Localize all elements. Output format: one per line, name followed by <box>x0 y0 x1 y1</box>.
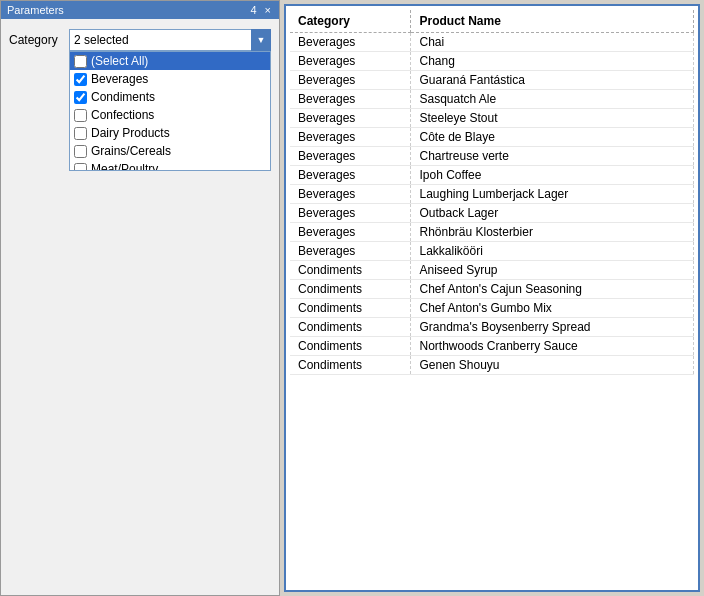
data-panel: CategoryProduct Name BeveragesChaiBevera… <box>284 4 700 592</box>
table-row: CondimentsChef Anton's Gumbo Mix <box>290 299 694 318</box>
table-cell-category: Beverages <box>290 166 411 185</box>
table-row: CondimentsGenen Shouyu <box>290 356 694 375</box>
dropdown-item-label: (Select All) <box>91 54 148 68</box>
table-row: BeveragesGuaraná Fantástica <box>290 71 694 90</box>
table-row: BeveragesChai <box>290 33 694 52</box>
table-cell-product: Outback Lager <box>411 204 694 223</box>
table-row: BeveragesSteeleye Stout <box>290 109 694 128</box>
table-cell-product: Chef Anton's Gumbo Mix <box>411 299 694 318</box>
dropdown-item[interactable]: Grains/Cereals <box>70 142 270 160</box>
dropdown-item-label: Grains/Cereals <box>91 144 171 158</box>
dropdown-item-label: Condiments <box>91 90 155 104</box>
dropdown-item-checkbox[interactable] <box>74 109 87 122</box>
table-cell-product: Laughing Lumberjack Lager <box>411 185 694 204</box>
dropdown-item-label: Confections <box>91 108 154 122</box>
dropdown-item-checkbox[interactable] <box>74 73 87 86</box>
panel-titlebar: Parameters 4 × <box>1 1 279 19</box>
category-dropdown[interactable]: 2 selected ▼ <box>69 29 271 51</box>
table-cell-category: Beverages <box>290 223 411 242</box>
table-cell-category: Condiments <box>290 318 411 337</box>
dropdown-item[interactable]: Meat/Poultry <box>70 160 270 171</box>
table-cell-product: Genen Shouyu <box>411 356 694 375</box>
table-cell-product: Sasquatch Ale <box>411 90 694 109</box>
table-cell-category: Beverages <box>290 128 411 147</box>
panel-content: Category 2 selected ▼ (Select All)Bevera… <box>1 19 279 595</box>
table-cell-category: Beverages <box>290 109 411 128</box>
dropdown-item[interactable]: Beverages <box>70 70 270 88</box>
table-cell-category: Beverages <box>290 52 411 71</box>
dropdown-arrow-icon[interactable]: ▼ <box>251 29 271 51</box>
category-dropdown-list: (Select All)BeveragesCondimentsConfectio… <box>69 51 271 171</box>
titlebar-icons: 4 × <box>248 4 273 16</box>
table-cell-category: Condiments <box>290 261 411 280</box>
table-cell-product: Northwoods Cranberry Sauce <box>411 337 694 356</box>
table-cell-category: Beverages <box>290 33 411 52</box>
table-row: BeveragesIpoh Coffee <box>290 166 694 185</box>
table-row: BeveragesRhönbräu Klosterbier <box>290 223 694 242</box>
table-cell-product: Rhönbräu Klosterbier <box>411 223 694 242</box>
table-cell-product: Côte de Blaye <box>411 128 694 147</box>
category-field-row: Category 2 selected ▼ (Select All)Bevera… <box>9 29 271 51</box>
panel-title: Parameters <box>7 4 64 16</box>
table-cell-category: Beverages <box>290 204 411 223</box>
table-cell-product: Chef Anton's Cajun Seasoning <box>411 280 694 299</box>
table-row: BeveragesChang <box>290 52 694 71</box>
dropdown-item-label: Beverages <box>91 72 148 86</box>
data-table: CategoryProduct Name BeveragesChaiBevera… <box>290 10 694 375</box>
close-icon[interactable]: × <box>263 4 273 16</box>
table-row: BeveragesLakkalikööri <box>290 242 694 261</box>
table-cell-product: Lakkalikööri <box>411 242 694 261</box>
table-cell-category: Condiments <box>290 280 411 299</box>
dropdown-item[interactable]: Condiments <box>70 88 270 106</box>
table-row: BeveragesOutback Lager <box>290 204 694 223</box>
table-cell-category: Beverages <box>290 242 411 261</box>
pin-icon[interactable]: 4 <box>248 4 258 16</box>
dropdown-item-checkbox[interactable] <box>74 55 87 68</box>
table-cell-product: Chang <box>411 52 694 71</box>
table-cell-category: Beverages <box>290 185 411 204</box>
dropdown-item[interactable]: Dairy Products <box>70 124 270 142</box>
dropdown-item[interactable]: (Select All) <box>70 52 270 70</box>
table-cell-product: Steeleye Stout <box>411 109 694 128</box>
parameters-panel: Parameters 4 × Category 2 selected ▼ (Se… <box>0 0 280 596</box>
category-label: Category <box>9 33 69 47</box>
table-cell-category: Beverages <box>290 147 411 166</box>
category-value: 2 selected <box>74 33 129 47</box>
dropdown-item-checkbox[interactable] <box>74 127 87 140</box>
dropdown-item[interactable]: Confections <box>70 106 270 124</box>
table-header-cell: Category <box>290 10 411 33</box>
dropdown-item-checkbox[interactable] <box>74 163 87 172</box>
table-cell-category: Condiments <box>290 299 411 318</box>
table-cell-category: Beverages <box>290 71 411 90</box>
table-cell-product: Chartreuse verte <box>411 147 694 166</box>
table-row: BeveragesSasquatch Ale <box>290 90 694 109</box>
table-wrapper[interactable]: CategoryProduct Name BeveragesChaiBevera… <box>286 6 698 590</box>
table-header-cell: Product Name <box>411 10 694 33</box>
table-row: BeveragesLaughing Lumberjack Lager <box>290 185 694 204</box>
table-cell-product: Aniseed Syrup <box>411 261 694 280</box>
table-cell-category: Condiments <box>290 356 411 375</box>
table-cell-category: Beverages <box>290 90 411 109</box>
table-row: CondimentsChef Anton's Cajun Seasoning <box>290 280 694 299</box>
table-row: CondimentsNorthwoods Cranberry Sauce <box>290 337 694 356</box>
table-cell-category: Condiments <box>290 337 411 356</box>
table-cell-product: Chai <box>411 33 694 52</box>
table-row: BeveragesCôte de Blaye <box>290 128 694 147</box>
table-row: CondimentsGrandma's Boysenberry Spread <box>290 318 694 337</box>
dropdown-item-label: Dairy Products <box>91 126 170 140</box>
dropdown-item-checkbox[interactable] <box>74 91 87 104</box>
table-cell-product: Ipoh Coffee <box>411 166 694 185</box>
category-dropdown-wrapper: 2 selected ▼ (Select All)BeveragesCondim… <box>69 29 271 51</box>
table-row: BeveragesChartreuse verte <box>290 147 694 166</box>
table-row: CondimentsAniseed Syrup <box>290 261 694 280</box>
table-cell-product: Guaraná Fantástica <box>411 71 694 90</box>
table-cell-product: Grandma's Boysenberry Spread <box>411 318 694 337</box>
dropdown-item-label: Meat/Poultry <box>91 162 158 171</box>
dropdown-item-checkbox[interactable] <box>74 145 87 158</box>
